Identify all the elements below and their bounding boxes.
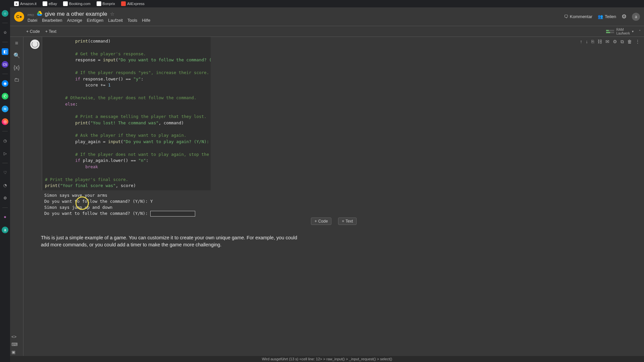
menu-item[interactable]: Bearbeiten <box>42 18 62 23</box>
spinner-icon <box>32 41 38 48</box>
cell-action-icon[interactable]: ⛓ <box>597 39 602 45</box>
menu-item[interactable]: Datei <box>28 18 37 23</box>
bookmark-item[interactable]: Booking.com <box>61 1 93 6</box>
document-title[interactable]: give me a other example <box>45 11 107 17</box>
cell-output: Simon says wave your arms Do you want to… <box>42 190 641 219</box>
add-text-button[interactable]: + Text <box>45 29 56 34</box>
resource-indicator[interactable]: RAMLaufwerk ▾ ˄ <box>606 28 641 35</box>
rail-icon[interactable]: ✆ <box>2 93 8 100</box>
pro-badge: PRO <box>28 13 34 17</box>
bookmark-item[interactable]: aAmazon.it <box>12 1 39 6</box>
rail-sparkle-icon[interactable]: ✦ <box>2 214 8 221</box>
rail-icon[interactable]: ◎ <box>2 118 8 125</box>
menu-item[interactable]: Tools <box>127 18 137 23</box>
notebook-content: ↑↓⎘⛓✉⚙⧉🗑⋮ print(command) # Get the playe… <box>23 37 644 362</box>
cell-toolbar: ↑↓⎘⛓✉⚙⧉🗑⋮ <box>580 39 640 45</box>
rail-play-icon[interactable]: ▷ <box>2 150 8 157</box>
cell-action-icon[interactable]: ⋮ <box>635 39 640 45</box>
cell-action-icon[interactable]: ⚙ <box>613 39 617 45</box>
menu-item[interactable]: Laufzeit <box>108 18 123 23</box>
code-editor[interactable]: print(command) # Get the player's respon… <box>42 37 211 190</box>
colab-header: C● PRO give me a other example ☆ DateiBe… <box>10 7 644 26</box>
rail-bell-icon[interactable]: ◔ <box>2 182 8 189</box>
menu-item[interactable]: Anzeige <box>67 18 82 23</box>
gear-icon[interactable]: ⚙ <box>622 13 627 20</box>
run-cell-button[interactable] <box>30 40 40 49</box>
toc-icon[interactable]: ≡ <box>15 40 18 46</box>
stdin-input[interactable] <box>150 211 195 217</box>
text-cell[interactable]: This is just a simple example of a game.… <box>41 234 303 248</box>
keyboard-icon[interactable]: ⌨ <box>11 342 18 347</box>
left-sidebar: ≡ 🔍 {x} 🗀 <box>10 37 23 362</box>
colab-logo-icon[interactable]: C● <box>14 12 24 22</box>
cell-action-icon[interactable]: 🗑 <box>627 39 632 45</box>
comment-button[interactable]: 🗨Kommentar <box>564 14 592 19</box>
favicon <box>97 1 101 6</box>
favicon <box>121 1 126 6</box>
left-sidebar-bottom: <> ⌨ ▣ <box>11 334 18 355</box>
menu-item[interactable]: Einfügen <box>87 18 103 23</box>
share-button[interactable]: 👥Teilen <box>598 14 616 19</box>
favicon: a <box>14 1 19 6</box>
bookmark-label: Bonprix <box>103 2 115 6</box>
favicon <box>43 1 47 6</box>
add-code-button[interactable]: + Code <box>26 29 40 34</box>
rail-icon[interactable]: ≋ <box>2 106 8 112</box>
cell-action-icon[interactable]: ⎘ <box>591 39 594 45</box>
account-avatar[interactable]: a <box>632 13 640 21</box>
folder-icon[interactable]: 🗀 <box>14 77 19 83</box>
bookmark-item[interactable]: Bonprix <box>95 1 117 6</box>
menu-item[interactable]: Hilfe <box>142 18 150 23</box>
status-bar: Wird ausgeführt (13 s) <cell line: 12> >… <box>10 356 644 362</box>
bookmark-label: Amazon.it <box>20 2 37 6</box>
rail-icon[interactable]: ◧ <box>2 48 8 55</box>
cell-action-icon[interactable]: ⧉ <box>621 39 624 45</box>
chevron-up-icon[interactable]: ˄ <box>639 29 641 33</box>
svg-marker-2 <box>37 14 42 16</box>
variables-icon[interactable]: {x} <box>13 65 20 71</box>
bookmark-item[interactable]: eBay <box>41 1 59 6</box>
insert-cell-band: +Code +Text <box>23 218 644 225</box>
rail-icon[interactable]: ◉ <box>2 80 8 87</box>
insert-code-button[interactable]: +Code <box>311 218 332 225</box>
code-icon[interactable]: <> <box>11 334 18 339</box>
people-icon: 👥 <box>598 14 603 19</box>
browser-bookmarks-bar: aAmazon.iteBayBooking.comBonprixAliExpre… <box>0 0 644 7</box>
rail-app-icon[interactable]: ○ <box>2 10 8 17</box>
rail-heart-icon[interactable]: ♡ <box>2 169 8 176</box>
favicon <box>63 1 68 6</box>
search-icon[interactable]: 🔍 <box>13 52 20 59</box>
bookmark-label: AliExpress <box>127 2 145 6</box>
notebook-toolbar: + Code + Text RAMLaufwerk ▾ ˄ <box>10 26 644 37</box>
cell-action-icon[interactable]: ↓ <box>586 39 588 45</box>
code-cell[interactable]: ↑↓⎘⛓✉⚙⧉🗑⋮ print(command) # Get the playe… <box>31 37 641 219</box>
bookmark-item[interactable]: AliExpress <box>119 1 147 6</box>
star-icon[interactable]: ☆ <box>110 11 114 17</box>
comment-icon: 🗨 <box>564 14 568 19</box>
browser-side-rail: ○ ☆ ◧ cs ◉ ✆ ≋ ◎ ◷ ▷ ♡ ◔ ⚙ ✦ a <box>0 7 10 362</box>
bookmark-label: eBay <box>49 2 57 6</box>
bookmark-label: Booking.com <box>69 2 91 6</box>
rail-icon[interactable]: ☆ <box>2 29 8 36</box>
terminal-icon[interactable]: ▣ <box>11 350 18 355</box>
menu-bar: DateiBearbeitenAnzeigeEinfügenLaufzeitTo… <box>28 18 564 23</box>
rail-avatar[interactable]: a <box>2 227 8 233</box>
insert-text-button[interactable]: +Text <box>338 218 357 225</box>
drive-icon <box>37 11 42 17</box>
rail-clock-icon[interactable]: ◷ <box>2 137 8 144</box>
rail-icon[interactable]: cs <box>2 61 8 68</box>
cell-action-icon[interactable]: ✉ <box>605 39 609 45</box>
rail-gear-icon[interactable]: ⚙ <box>2 195 8 201</box>
cell-action-icon[interactable]: ↑ <box>580 39 582 45</box>
chevron-down-icon[interactable]: ▾ <box>632 29 634 33</box>
